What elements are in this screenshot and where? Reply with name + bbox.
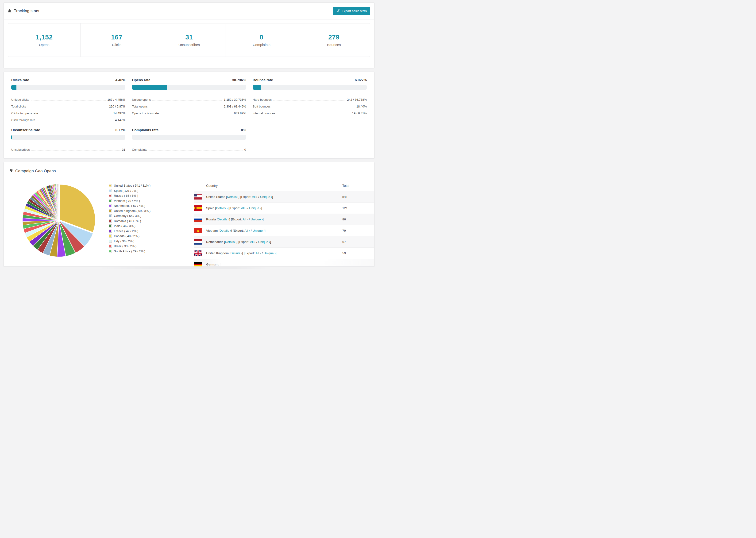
- geo-pie-chart[interactable]: [20, 182, 98, 259]
- rate-metric-row: Internal bounces19 / 6.81%: [253, 108, 367, 115]
- rate-metric-row: Hard bounces242 / 86.738%: [253, 95, 367, 101]
- metric-value: 242 / 86.738%: [347, 98, 367, 101]
- stat-value: 279: [328, 33, 340, 41]
- rate-value: 4.46%: [115, 78, 125, 82]
- rate-metric-row: Opens to clicks rate689.82%: [132, 108, 246, 115]
- metric-value: 220 / 5.87%: [109, 105, 125, 108]
- country-cell: Netherlands [Details ›] [Export: All › /…: [206, 240, 271, 243]
- stat-bounces: 279Bounces: [298, 24, 370, 57]
- bar-chart-icon: [8, 9, 12, 14]
- stat-clicks: 167Clicks: [80, 24, 153, 57]
- legend-swatch: [109, 240, 112, 243]
- total-cell: 541: [342, 195, 348, 198]
- details-link[interactable]: Details ›: [231, 251, 242, 255]
- country-name: Germany: [206, 263, 220, 266]
- legend-swatch: [109, 224, 112, 228]
- export-all-link[interactable]: All ›: [241, 206, 246, 210]
- metric-value: 18 / 0%: [356, 105, 367, 108]
- export-unique-link[interactable]: Unique ›: [251, 218, 263, 221]
- geo-table-header: Country Total: [194, 180, 374, 191]
- export-unique-link[interactable]: Unique ›: [258, 240, 270, 243]
- flag-ru: [194, 217, 202, 222]
- flag-us: [194, 194, 202, 199]
- page-title: Tracking stats: [14, 9, 39, 13]
- rate-metric-row: Total clicks220 / 5.87%: [11, 101, 125, 108]
- metric-value: 689.82%: [234, 112, 246, 115]
- country-cell: Spain [Details ›] [Export: All › / Uniqu…: [206, 206, 262, 210]
- campaign-geo-opens-card: Campaign Geo Opens United States ( 541 /…: [4, 162, 374, 267]
- export-all-link[interactable]: All ›: [243, 218, 248, 221]
- rates-card: Clicks rate4.46%Unique clicks167 / 4.456…: [4, 72, 374, 158]
- export-unique-link[interactable]: Unique ›: [260, 195, 272, 198]
- export-unique-link[interactable]: Unique ›: [253, 229, 265, 232]
- legend-label: United States ( 541 / 31% ): [114, 184, 150, 187]
- export-all-link[interactable]: All ›: [244, 229, 250, 232]
- legend-label: France ( 42 / 2% ): [114, 229, 138, 233]
- metric-value: 4.147%: [115, 118, 125, 122]
- details-link[interactable]: Details ›: [225, 240, 237, 243]
- country-cell: Vietnam [Details ›] [Export: All › / Uni…: [206, 229, 266, 232]
- flag-de: [194, 262, 202, 267]
- rate-title: Clicks rate: [11, 78, 29, 82]
- legend-label: Vietnam ( 79 / 5% ): [114, 199, 140, 202]
- details-link[interactable]: Details ›: [220, 229, 231, 232]
- legend-swatch: [109, 244, 112, 248]
- stat-opens: 1,152Opens: [8, 24, 80, 57]
- rate-title: Bounce rate: [253, 78, 273, 82]
- metric-label: Unsubscribes: [11, 148, 30, 151]
- rate-metric-row: Unsubscribes31: [11, 144, 125, 151]
- metric-label: Hard bounces: [253, 98, 272, 101]
- table-row: Netherlands [Details ›] [Export: All › /…: [194, 236, 374, 247]
- country-name: Vietnam: [206, 229, 219, 232]
- legend-swatch: [109, 250, 112, 253]
- metric-label: Internal bounces: [253, 112, 275, 115]
- rate-progress-fill: [253, 85, 261, 90]
- rate-title: Unsubscribe rate: [11, 128, 40, 132]
- stat-label: Clicks: [112, 43, 121, 47]
- legend-item: United Kingdom ( 59 / 3% ): [109, 208, 191, 214]
- metric-label: Soft bounces: [253, 105, 270, 108]
- metric-value: 1,152 / 30.736%: [224, 98, 246, 101]
- details-link[interactable]: Details ›: [227, 195, 239, 198]
- rate-metric-row: Soft bounces18 / 0%: [253, 101, 367, 108]
- summary-stats-row: 1,152Opens167Clicks31Unsubscribes0Compla…: [8, 23, 370, 57]
- metric-label: Complaints: [132, 148, 147, 151]
- legend-label: Germany ( 55 / 3% ): [114, 214, 141, 218]
- rate-progress-track: [132, 85, 246, 90]
- details-link[interactable]: Details ›: [221, 263, 233, 266]
- export-basic-stats-button[interactable]: Export basic stats: [333, 7, 370, 15]
- export-all-link[interactable]: All ›: [255, 251, 261, 255]
- legend-swatch: [109, 230, 112, 233]
- bounce-rate-head: Bounce rate6.927%: [253, 78, 367, 82]
- export-all-link[interactable]: All ›: [250, 240, 255, 243]
- geo-header: Campaign Geo Opens: [4, 162, 374, 180]
- unsubscribe-rate-head: Unsubscribe rate0.77%: [11, 128, 125, 132]
- bounce-rate-rows: Hard bounces242 / 86.738%Soft bounces18 …: [253, 95, 367, 115]
- legend-swatch: [109, 214, 112, 217]
- country-cell: Germany [Details ›] [Export: All › / Uni…: [206, 263, 267, 266]
- dotted-leader: [272, 107, 355, 107]
- complaints-rate-rows: Complaints0: [132, 144, 246, 151]
- rate-metric-row: Clicks to opens rate14.497%: [11, 108, 125, 115]
- stat-label: Unsubscribes: [179, 43, 200, 47]
- legend-swatch: [109, 199, 112, 202]
- unsubscribe-rate-panel: Unsubscribe rate0.77%Unsubscribes31: [11, 128, 125, 151]
- metric-label: Click through rate: [11, 118, 35, 122]
- rate-progress-fill: [11, 135, 12, 140]
- export-unique-link[interactable]: Unique ›: [249, 206, 261, 210]
- export-unique-link[interactable]: Unique ›: [264, 251, 276, 255]
- tracking-stats-card: Tracking stats Export basic stats 1,152O…: [4, 2, 374, 68]
- legend-label: South Africa ( 29 / 2% ): [114, 249, 145, 253]
- legend-item: United States ( 541 / 31% ): [109, 183, 191, 188]
- legend-swatch: [109, 194, 112, 197]
- details-link[interactable]: Details ›: [216, 206, 228, 210]
- export-unique-link[interactable]: Unique ›: [254, 263, 266, 266]
- details-link[interactable]: Details ›: [218, 218, 229, 221]
- column-header-total: Total: [342, 184, 350, 188]
- metric-value: 31: [122, 148, 125, 151]
- legend-item: Russia ( 86 / 5% ): [109, 193, 191, 198]
- export-all-link[interactable]: All ›: [252, 195, 257, 198]
- export-all-link[interactable]: All ›: [246, 263, 251, 266]
- legend-item: France ( 42 / 2% ): [109, 229, 191, 234]
- metric-value: 167 / 4.456%: [107, 98, 125, 101]
